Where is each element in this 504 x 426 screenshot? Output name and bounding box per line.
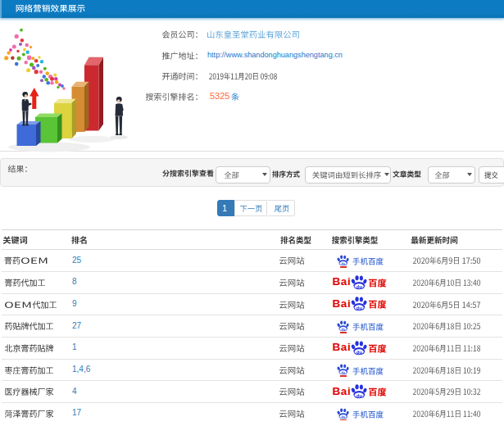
svg-text:du: du xyxy=(342,328,345,331)
svg-text:du: du xyxy=(356,283,363,288)
svg-text:du: du xyxy=(342,415,345,419)
svg-text:du: du xyxy=(342,371,345,374)
svg-text:du: du xyxy=(342,262,345,265)
svg-text:du: du xyxy=(356,349,363,354)
svg-text:du: du xyxy=(356,392,363,397)
svg-text:du: du xyxy=(356,306,363,310)
